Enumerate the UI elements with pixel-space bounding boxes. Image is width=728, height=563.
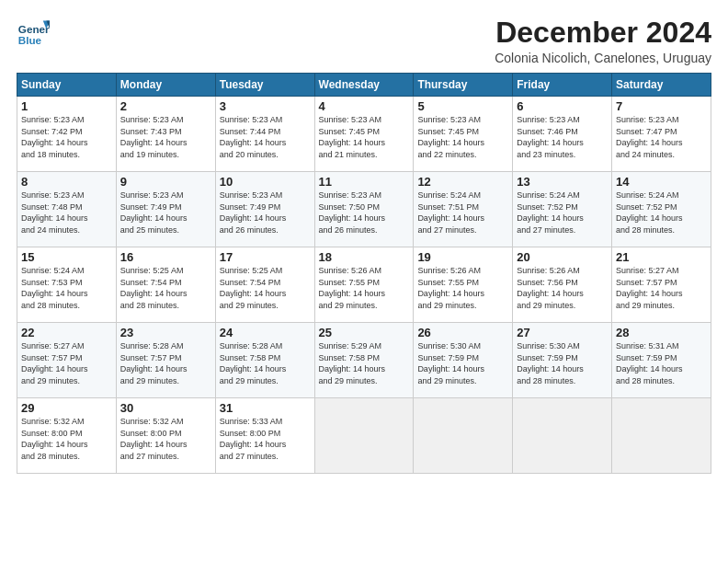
day-info: Sunrise: 5:23 AM Sunset: 7:47 PM Dayligh… xyxy=(616,114,707,160)
weekday-header-tuesday: Tuesday xyxy=(215,74,314,97)
calendar-cell-21: 21Sunrise: 5:27 AM Sunset: 7:57 PM Dayli… xyxy=(612,247,711,323)
day-info: Sunrise: 5:33 AM Sunset: 8:00 PM Dayligh… xyxy=(220,416,311,462)
day-info: Sunrise: 5:23 AM Sunset: 7:49 PM Dayligh… xyxy=(220,190,311,236)
day-number: 14 xyxy=(616,175,707,189)
calendar-cell-19: 19Sunrise: 5:26 AM Sunset: 7:55 PM Dayli… xyxy=(414,247,513,323)
calendar-cell-26: 26Sunrise: 5:30 AM Sunset: 7:59 PM Dayli… xyxy=(414,323,513,398)
day-number: 21 xyxy=(616,250,707,264)
calendar-cell-24: 24Sunrise: 5:28 AM Sunset: 7:58 PM Dayli… xyxy=(215,323,314,398)
day-number: 15 xyxy=(21,250,112,264)
day-number: 1 xyxy=(21,99,112,113)
calendar-cell-17: 17Sunrise: 5:25 AM Sunset: 7:54 PM Dayli… xyxy=(215,247,314,323)
calendar-cell-3: 3Sunrise: 5:23 AM Sunset: 7:44 PM Daylig… xyxy=(215,97,314,172)
calendar-cell-22: 22Sunrise: 5:27 AM Sunset: 7:57 PM Dayli… xyxy=(17,323,117,398)
calendar-cell-13: 13Sunrise: 5:24 AM Sunset: 7:52 PM Dayli… xyxy=(513,172,612,247)
day-number: 10 xyxy=(220,175,311,189)
weekday-header-saturday: Saturday xyxy=(612,74,711,97)
day-info: Sunrise: 5:29 AM Sunset: 7:58 PM Dayligh… xyxy=(319,340,410,386)
calendar-cell-11: 11Sunrise: 5:23 AM Sunset: 7:50 PM Dayli… xyxy=(314,172,414,247)
calendar-cell-29: 29Sunrise: 5:32 AM Sunset: 8:00 PM Dayli… xyxy=(17,398,117,474)
day-number: 6 xyxy=(517,99,608,113)
day-number: 8 xyxy=(21,175,112,189)
weekday-header-sunday: Sunday xyxy=(17,74,117,97)
calendar-cell-2: 2Sunrise: 5:23 AM Sunset: 7:43 PM Daylig… xyxy=(116,97,215,172)
calendar-cell-15: 15Sunrise: 5:24 AM Sunset: 7:53 PM Dayli… xyxy=(17,247,117,323)
day-info: Sunrise: 5:24 AM Sunset: 7:53 PM Dayligh… xyxy=(21,265,112,311)
day-number: 9 xyxy=(120,175,211,189)
day-info: Sunrise: 5:31 AM Sunset: 7:59 PM Dayligh… xyxy=(616,340,707,386)
day-info: Sunrise: 5:23 AM Sunset: 7:49 PM Dayligh… xyxy=(120,190,211,236)
empty-cell xyxy=(314,398,414,474)
day-number: 7 xyxy=(616,99,707,113)
calendar-cell-12: 12Sunrise: 5:24 AM Sunset: 7:51 PM Dayli… xyxy=(414,172,513,247)
day-info: Sunrise: 5:23 AM Sunset: 7:46 PM Dayligh… xyxy=(517,114,608,160)
day-info: Sunrise: 5:30 AM Sunset: 7:59 PM Dayligh… xyxy=(517,340,608,386)
subtitle: Colonia Nicolich, Canelones, Uruguay xyxy=(495,51,711,65)
empty-cell xyxy=(513,398,612,474)
calendar-cell-6: 6Sunrise: 5:23 AM Sunset: 7:46 PM Daylig… xyxy=(513,97,612,172)
calendar-cell-14: 14Sunrise: 5:24 AM Sunset: 7:52 PM Dayli… xyxy=(612,172,711,247)
calendar-cell-16: 16Sunrise: 5:25 AM Sunset: 7:54 PM Dayli… xyxy=(116,247,215,323)
day-number: 22 xyxy=(21,326,112,339)
day-number: 26 xyxy=(417,326,508,339)
empty-cell xyxy=(612,398,711,474)
logo: General Blue xyxy=(17,17,53,50)
day-info: Sunrise: 5:23 AM Sunset: 7:42 PM Dayligh… xyxy=(21,114,112,160)
day-number: 13 xyxy=(517,175,608,189)
day-number: 4 xyxy=(319,99,410,113)
calendar-cell-1: 1Sunrise: 5:23 AM Sunset: 7:42 PM Daylig… xyxy=(17,97,117,172)
day-number: 30 xyxy=(120,401,211,415)
day-number: 17 xyxy=(220,250,311,264)
day-info: Sunrise: 5:24 AM Sunset: 7:51 PM Dayligh… xyxy=(417,190,508,236)
weekday-header-monday: Monday xyxy=(116,74,215,97)
day-info: Sunrise: 5:24 AM Sunset: 7:52 PM Dayligh… xyxy=(517,190,608,236)
day-info: Sunrise: 5:25 AM Sunset: 7:54 PM Dayligh… xyxy=(120,265,211,311)
day-number: 5 xyxy=(417,99,508,113)
day-info: Sunrise: 5:23 AM Sunset: 7:45 PM Dayligh… xyxy=(417,114,508,160)
day-info: Sunrise: 5:28 AM Sunset: 7:57 PM Dayligh… xyxy=(120,340,211,386)
empty-cell xyxy=(414,398,513,474)
day-info: Sunrise: 5:23 AM Sunset: 7:43 PM Dayligh… xyxy=(120,114,211,160)
day-number: 11 xyxy=(319,175,410,189)
day-number: 12 xyxy=(417,175,508,189)
day-info: Sunrise: 5:26 AM Sunset: 7:55 PM Dayligh… xyxy=(319,265,410,311)
calendar-cell-9: 9Sunrise: 5:23 AM Sunset: 7:49 PM Daylig… xyxy=(116,172,215,247)
svg-text:Blue: Blue xyxy=(18,34,42,46)
calendar-cell-23: 23Sunrise: 5:28 AM Sunset: 7:57 PM Dayli… xyxy=(116,323,215,398)
weekday-header-friday: Friday xyxy=(513,74,612,97)
day-number: 3 xyxy=(220,99,311,113)
calendar-cell-8: 8Sunrise: 5:23 AM Sunset: 7:48 PM Daylig… xyxy=(17,172,117,247)
day-info: Sunrise: 5:25 AM Sunset: 7:54 PM Dayligh… xyxy=(220,265,311,311)
day-info: Sunrise: 5:23 AM Sunset: 7:45 PM Dayligh… xyxy=(319,114,410,160)
day-info: Sunrise: 5:28 AM Sunset: 7:58 PM Dayligh… xyxy=(220,340,311,386)
day-info: Sunrise: 5:26 AM Sunset: 7:56 PM Dayligh… xyxy=(517,265,608,311)
day-number: 19 xyxy=(417,250,508,264)
day-number: 31 xyxy=(220,401,311,415)
day-number: 20 xyxy=(517,250,608,264)
calendar-cell-10: 10Sunrise: 5:23 AM Sunset: 7:49 PM Dayli… xyxy=(215,172,314,247)
day-number: 16 xyxy=(120,250,211,264)
title-block: December 2024 Colonia Nicolich, Canelone… xyxy=(495,17,711,65)
day-info: Sunrise: 5:27 AM Sunset: 7:57 PM Dayligh… xyxy=(21,340,112,386)
weekday-header-thursday: Thursday xyxy=(414,74,513,97)
day-number: 18 xyxy=(319,250,410,264)
calendar-cell-7: 7Sunrise: 5:23 AM Sunset: 7:47 PM Daylig… xyxy=(612,97,711,172)
day-info: Sunrise: 5:23 AM Sunset: 7:44 PM Dayligh… xyxy=(220,114,311,160)
calendar-cell-5: 5Sunrise: 5:23 AM Sunset: 7:45 PM Daylig… xyxy=(414,97,513,172)
day-info: Sunrise: 5:27 AM Sunset: 7:57 PM Dayligh… xyxy=(616,265,707,311)
calendar-cell-31: 31Sunrise: 5:33 AM Sunset: 8:00 PM Dayli… xyxy=(215,398,314,474)
day-info: Sunrise: 5:32 AM Sunset: 8:00 PM Dayligh… xyxy=(21,416,112,462)
day-number: 28 xyxy=(616,326,707,339)
day-number: 24 xyxy=(220,326,311,339)
calendar: SundayMondayTuesdayWednesdayThursdayFrid… xyxy=(17,73,711,474)
day-info: Sunrise: 5:24 AM Sunset: 7:52 PM Dayligh… xyxy=(616,190,707,236)
day-number: 29 xyxy=(21,401,112,415)
day-info: Sunrise: 5:32 AM Sunset: 8:00 PM Dayligh… xyxy=(120,416,211,462)
day-info: Sunrise: 5:23 AM Sunset: 7:50 PM Dayligh… xyxy=(319,190,410,236)
logo-icon: General Blue xyxy=(17,17,50,50)
calendar-cell-20: 20Sunrise: 5:26 AM Sunset: 7:56 PM Dayli… xyxy=(513,247,612,323)
weekday-header-wednesday: Wednesday xyxy=(314,74,414,97)
day-info: Sunrise: 5:30 AM Sunset: 7:59 PM Dayligh… xyxy=(417,340,508,386)
calendar-cell-18: 18Sunrise: 5:26 AM Sunset: 7:55 PM Dayli… xyxy=(314,247,414,323)
day-info: Sunrise: 5:23 AM Sunset: 7:48 PM Dayligh… xyxy=(21,190,112,236)
